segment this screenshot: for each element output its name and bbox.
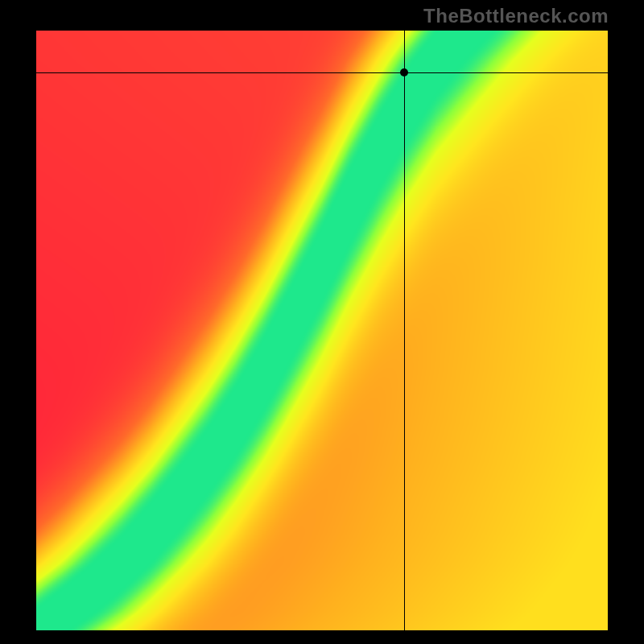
heatmap-canvas [36,31,608,630]
watermark-label: TheBottleneck.com [423,5,609,27]
chart-stage: TheBottleneck.com [0,0,644,644]
heatmap-plot [36,31,608,630]
